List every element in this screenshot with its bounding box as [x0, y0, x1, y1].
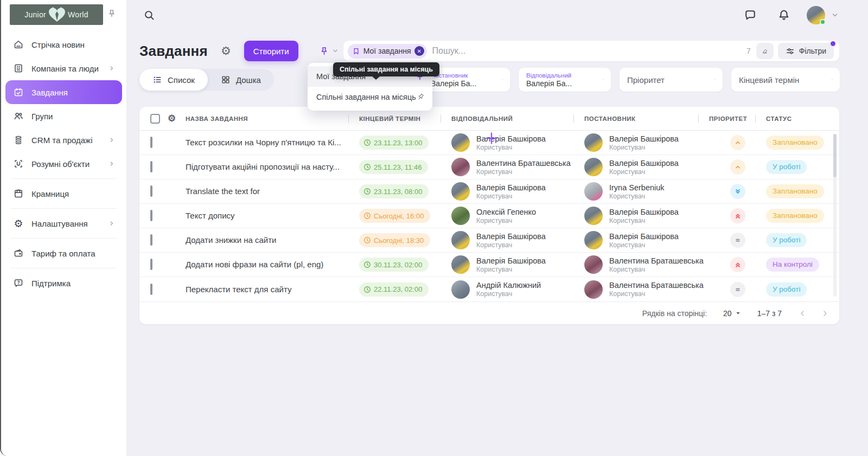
setter-role: Користувач	[609, 217, 679, 224]
chevron-down-icon[interactable]	[831, 11, 839, 20]
list-icon	[152, 75, 162, 85]
sidebar-item-crm-sales[interactable]: CRM та продажі	[5, 128, 122, 152]
task-name[interactable]: Додати знижки на сайти	[186, 235, 276, 245]
row-checkbox[interactable]	[150, 161, 152, 172]
chip-close-icon[interactable]: ✕	[414, 46, 424, 56]
search-bar[interactable]: Мої завдання ✕ 7 Фільтри	[343, 41, 839, 61]
sidebar-item-smart-objects[interactable]: Розумні об'єкти	[5, 152, 122, 176]
sidebar-item-tasks[interactable]: Завдання	[5, 80, 122, 104]
responsible-avatar	[451, 231, 470, 249]
sidebar-item-label: Розумні об'єкти	[31, 159, 90, 169]
status-badge: У роботі	[766, 160, 807, 174]
search-icon[interactable]	[143, 9, 155, 21]
user-avatar[interactable]	[807, 6, 825, 24]
filter-chip-my-tasks[interactable]: Мої завдання ✕	[348, 44, 427, 59]
table-row[interactable]: Підготувати акційні пропозиції на насту.…	[139, 155, 839, 179]
table-row[interactable]: Текст розсилки на Чорну п'ятницю та Кі..…	[139, 131, 839, 155]
responsible-avatar	[451, 280, 470, 299]
sidebar-pin-icon[interactable]	[107, 9, 117, 21]
crm-icon	[13, 134, 24, 145]
table-scrollbar-thumb[interactable]	[833, 134, 837, 177]
select-all-checkbox[interactable]	[150, 114, 160, 124]
setter-avatar	[584, 255, 603, 274]
rows-per-page-select[interactable]: 20	[723, 309, 741, 318]
filters-button[interactable]: Фільтри	[778, 43, 834, 59]
tab-board-view[interactable]: Дошка	[208, 69, 274, 91]
due-date-badge: 22.11.23, 02:00	[359, 282, 429, 297]
sidebar-item-groups[interactable]: Групи	[5, 104, 122, 128]
clock-icon	[363, 236, 371, 244]
sidebar-item-tariff-payment[interactable]: Тариф та оплата	[5, 241, 122, 265]
sidebar-item-news-feed[interactable]: Стрічка новин	[5, 33, 122, 56]
smart-objects-icon	[13, 158, 24, 169]
table-footer: Рядків на сторінці: 20 1–7 з 7	[139, 301, 839, 324]
task-name[interactable]: Перекласти текст для сайту	[186, 285, 291, 294]
filter-deadline-select[interactable]: Кінцевий термін	[731, 68, 840, 92]
setter-role: Користувач	[609, 168, 679, 176]
eraser-icon	[762, 46, 768, 56]
row-checkbox[interactable]	[150, 284, 152, 295]
row-checkbox[interactable]	[150, 210, 152, 221]
sidebar-item-store[interactable]: Крамниця	[5, 182, 122, 205]
table-row[interactable]: Додати нові фрази на сайти (pl, eng) 30.…	[139, 253, 839, 277]
setter-role: Користувач	[609, 266, 704, 273]
create-button[interactable]: Створити	[244, 41, 298, 61]
clock-icon	[363, 163, 371, 171]
column-header-priority: ПРІОРИТЕТ	[709, 115, 766, 122]
chat-icon[interactable]	[744, 9, 757, 22]
sidebar-item-settings[interactable]: ⚙ Налаштування	[5, 211, 122, 235]
company-icon	[13, 63, 24, 74]
filter-priority-select[interactable]: Пріоритет	[620, 68, 723, 92]
next-page-icon[interactable]	[821, 309, 829, 318]
sliders-icon	[786, 47, 795, 56]
prev-page-icon[interactable]	[798, 309, 807, 318]
saved-filters-pin-toggle[interactable]	[319, 46, 339, 56]
row-checkbox[interactable]	[150, 137, 152, 148]
task-name[interactable]: Підготувати акційні пропозиції на насту.…	[186, 162, 340, 171]
filter-placeholder: Кінцевий термін	[739, 75, 799, 85]
sidebar-item-support[interactable]: ? Підтримка	[5, 271, 122, 295]
online-status-dot	[820, 19, 826, 25]
search-input[interactable]	[432, 46, 746, 56]
settings-icon: ⚙	[13, 219, 24, 229]
table-row[interactable]: Додати знижки на сайти Сьогодні, 18:30 В…	[139, 228, 839, 253]
responsible-role: Користувач	[476, 290, 541, 298]
priority-icon	[730, 208, 745, 223]
setter-avatar	[584, 182, 603, 201]
setter-role: Користувач	[609, 241, 679, 249]
table-row[interactable]: Текст допису Сьогодні, 16:00 Олексій Геп…	[139, 204, 839, 228]
status-badge: Заплановано	[766, 184, 824, 198]
saved-filter-shared-monthly[interactable]: Спільні завдання на місяць	[308, 87, 432, 107]
responsible-name: Валерія Башкірова	[476, 134, 546, 143]
clock-icon	[363, 261, 371, 268]
sidebar: Junior World Стрічка новин	[1, 0, 127, 456]
groups-icon	[13, 111, 24, 121]
status-badge: Заплановано	[766, 209, 824, 223]
priority-icon	[730, 159, 745, 175]
brand-logo[interactable]: Junior World	[10, 4, 103, 25]
svg-text:?: ?	[17, 280, 20, 285]
page-settings-gear-icon[interactable]: ⚙	[221, 44, 231, 57]
row-checkbox[interactable]	[150, 234, 152, 246]
support-icon: ?	[13, 278, 24, 288]
task-name[interactable]: Додати нові фрази на сайти (pl, eng)	[186, 260, 323, 269]
responsible-role: Користувач	[476, 217, 536, 224]
row-checkbox[interactable]	[150, 259, 152, 270]
chevron-down-icon	[826, 76, 833, 84]
table-row[interactable]: Translate the text for 23.11.23, 08:00 В…	[139, 179, 839, 204]
chevron-right-icon	[108, 220, 116, 227]
task-name[interactable]: Текст допису	[186, 211, 235, 220]
due-date-badge: 23.11.23, 13:00	[359, 136, 429, 150]
filter-responsible-select[interactable]: Відповідальний Валерія Ба...	[519, 68, 611, 92]
task-name[interactable]: Текст розсилки на Чорну п'ятницю та Кі..…	[186, 138, 341, 147]
tab-list-view[interactable]: Список	[139, 69, 208, 91]
sidebar-item-company-people[interactable]: Компанія та люди	[5, 56, 122, 80]
task-name[interactable]: Translate the text for	[186, 187, 260, 196]
clear-search-button[interactable]	[756, 43, 774, 59]
row-checkbox[interactable]	[150, 185, 152, 197]
bell-icon[interactable]	[777, 9, 790, 22]
due-date-badge: Сьогодні, 18:30	[359, 233, 430, 247]
table-row[interactable]: Перекласти текст для сайту 22.11.23, 02:…	[139, 277, 839, 301]
table-settings-gear-icon[interactable]: ⚙	[168, 113, 176, 124]
chevron-down-icon	[496, 76, 503, 84]
